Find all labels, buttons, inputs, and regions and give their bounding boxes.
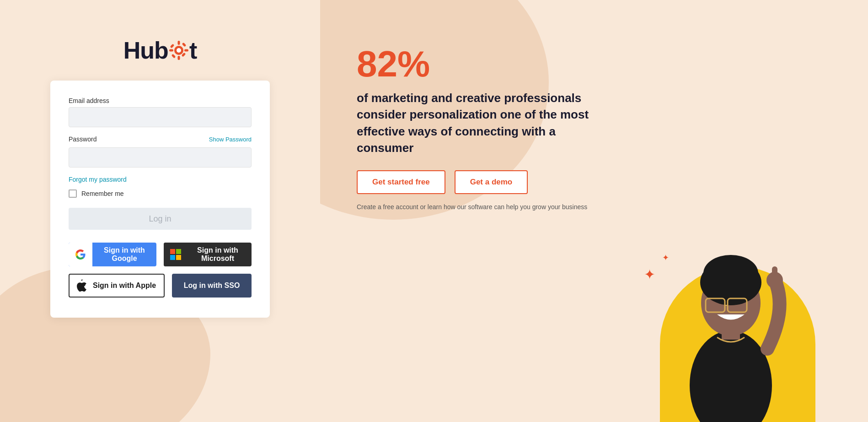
- sign-in-microsoft-button[interactable]: Sign in with Microsoft: [164, 243, 252, 266]
- svg-point-10: [690, 330, 772, 422]
- password-label-row: Password Show Password: [69, 135, 252, 143]
- sso-button-label: Log in with SSO: [184, 281, 240, 290]
- social-buttons-row-2: Sign in with Apple Log in with SSO: [69, 274, 252, 298]
- logo: Hub t: [123, 37, 197, 64]
- google-button-label: Sign in with Google: [92, 246, 156, 263]
- svg-point-14: [703, 255, 758, 292]
- svg-rect-4: [169, 49, 173, 52]
- get-started-button[interactable]: Get started free: [357, 170, 445, 194]
- logo-area: Hub t: [123, 37, 197, 64]
- left-panel: Hub t Email address Password Show Passwo…: [0, 0, 320, 422]
- remember-me-label: Remember me: [81, 190, 124, 197]
- email-input[interactable]: [69, 107, 252, 127]
- social-buttons-row-1: Sign in with Google Sign in with Microso…: [69, 243, 252, 266]
- svg-rect-5: [184, 49, 188, 52]
- password-label: Password: [69, 135, 96, 143]
- svg-rect-2: [177, 41, 180, 45]
- right-panel: 82% of marketing and creative profession…: [320, 0, 868, 422]
- svg-rect-3: [177, 56, 180, 60]
- cta-row: Get started free Get a demo: [357, 170, 677, 194]
- person-illustration: ✦ ✦: [635, 193, 841, 422]
- login-button[interactable]: Log in: [69, 208, 252, 230]
- get-demo-button[interactable]: Get a demo: [455, 170, 528, 194]
- show-password-link[interactable]: Show Password: [209, 136, 252, 143]
- google-icon-bg: [69, 243, 92, 266]
- stat-text: of marketing and creative professionals …: [357, 90, 613, 157]
- microsoft-button-label: Sign in with Microsoft: [188, 246, 252, 263]
- sign-in-apple-button[interactable]: Sign in with Apple: [69, 274, 165, 298]
- svg-point-1: [177, 48, 181, 53]
- google-icon: [75, 249, 86, 260]
- sparkle-icon-1: ✦: [644, 266, 655, 282]
- person-figure-svg: [658, 211, 804, 422]
- login-card: Email address Password Show Password For…: [50, 81, 270, 318]
- sign-in-google-button[interactable]: Sign in with Google: [69, 243, 156, 266]
- microsoft-icon: [170, 249, 181, 260]
- right-content: 82% of marketing and creative profession…: [357, 46, 677, 229]
- email-label: Email address: [69, 97, 252, 104]
- remember-me-row: Remember me: [69, 189, 252, 198]
- svg-rect-6: [170, 44, 174, 49]
- sso-login-button[interactable]: Log in with SSO: [172, 274, 252, 298]
- microsoft-icon-bg: [164, 243, 188, 266]
- forgot-password-link[interactable]: Forgot my password: [69, 176, 252, 183]
- apple-icon: [77, 280, 87, 292]
- svg-rect-8: [171, 54, 176, 59]
- svg-rect-9: [182, 43, 186, 47]
- apple-button-label: Sign in with Apple: [92, 281, 156, 290]
- password-input[interactable]: [69, 147, 252, 168]
- stat-number: 82%: [357, 46, 677, 82]
- page-wrapper: Hub t Email address Password Show Passwo…: [0, 0, 868, 422]
- svg-rect-19: [772, 266, 777, 282]
- remember-me-checkbox[interactable]: [69, 189, 77, 198]
- cta-sub-text: Create a free account or learn how our s…: [357, 203, 677, 211]
